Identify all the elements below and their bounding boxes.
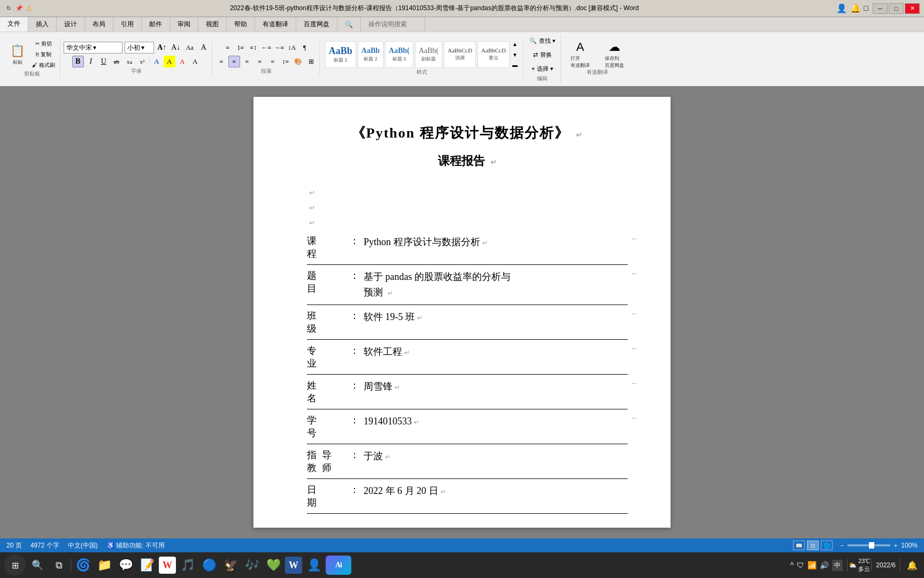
text-highlight-button[interactable]: A [164, 56, 175, 67]
align-right-button[interactable]: ≡ [241, 56, 253, 67]
clock-display[interactable]: 2022/6 [876, 561, 896, 570]
font-size-dropdown[interactable]: 小初 ▾ [125, 42, 154, 54]
borders-button[interactable]: ⊞ [305, 56, 317, 67]
tab-youdao[interactable]: 有道翻译 [255, 17, 296, 32]
taskbar-edge[interactable]: 🌀 [73, 556, 93, 575]
read-mode-button[interactable]: 📖 [793, 541, 805, 550]
taskbar-person[interactable]: 👤 [304, 556, 324, 575]
bold-button[interactable]: B [72, 56, 84, 67]
taskbar-word[interactable]: W [285, 557, 302, 574]
tray-shield[interactable]: 🛡 [797, 561, 804, 569]
justify-button[interactable]: ≡ [254, 56, 266, 67]
web-layout-button[interactable]: 🌐 [821, 541, 833, 550]
open-youdao-button[interactable]: A 打开有道翻译 [564, 41, 596, 69]
close-button[interactable]: ✕ [905, 3, 920, 14]
notification-center[interactable]: 🔔 [905, 558, 920, 573]
strikethrough-button[interactable]: ab [111, 56, 122, 67]
maximize-button[interactable]: □ [889, 3, 904, 14]
paste-button[interactable]: 📋 粘贴 [6, 41, 28, 69]
page-count[interactable]: 20 页 [6, 541, 22, 550]
language-indicator[interactable]: 中文(中国) [68, 541, 98, 550]
find-button[interactable]: 🔍 查找 ▾ [527, 34, 558, 47]
tray-chevron[interactable]: ^ [790, 561, 794, 569]
document-scroll[interactable]: 《Python 程序设计与数据分析》 ↵ 课程报告 ↵ ↵ ↵ ↵ 课 程 [0, 86, 924, 538]
styles-more-button[interactable]: ▲ ▼ ▬ [511, 41, 519, 69]
superscript-button[interactable]: x² [136, 56, 148, 67]
tab-design[interactable]: 设计 [57, 17, 85, 32]
font-name-dropdown[interactable]: 华文中宋 ▾ [64, 42, 122, 54]
taskbar-notepad[interactable]: 📝 [137, 556, 157, 575]
increase-indent-button[interactable]: →≡ [273, 42, 285, 54]
tray-ime[interactable]: 中 [832, 560, 843, 571]
italic-button[interactable]: I [85, 56, 97, 67]
taskbar-chrome[interactable]: 🔵 [199, 556, 219, 575]
select-button[interactable]: ⌖ 选择 ▾ [527, 62, 558, 75]
multilevel-button[interactable]: ≡↕ [248, 42, 259, 54]
tab-review[interactable]: 审阅 [170, 17, 198, 32]
taskbar-wechat[interactable]: 💬 [116, 556, 135, 575]
font-shadow-button[interactable]: A [189, 56, 201, 67]
tab-insert[interactable]: 插入 [28, 17, 57, 32]
tab-references[interactable]: 引用 [113, 17, 142, 32]
style-emphasis[interactable]: AaBbCcD 强调 [444, 41, 476, 68]
shading-button[interactable]: 🎨 [292, 56, 304, 67]
font-increase-button[interactable]: A↑ [156, 42, 168, 54]
minimize-button[interactable]: ─ [873, 3, 888, 14]
zoom-level[interactable]: 100% [901, 542, 918, 549]
start-button[interactable]: ⊞ [4, 554, 26, 576]
save-baidu-button[interactable]: ☁ 保存到百度网盘 [598, 41, 630, 69]
user-icon[interactable]: 👤 [836, 3, 847, 13]
quick-access-icon[interactable]: 📌 [15, 4, 24, 13]
taskbar-netease[interactable]: 🎵 [178, 556, 197, 575]
taskbar-task-view[interactable]: ⧉ [49, 556, 68, 575]
tab-search-box[interactable]: 操作说明搜索 [361, 17, 425, 32]
taskbar-ai-button[interactable]: Ai [326, 556, 351, 575]
style-heading3[interactable]: AaBb( 标题 3 [385, 41, 413, 68]
tab-file[interactable]: 文件 [0, 17, 28, 32]
bullets-button[interactable]: ≡ [222, 42, 234, 54]
numbering-button[interactable]: 1≡ [235, 42, 247, 54]
font-decrease-button[interactable]: A↓ [170, 42, 182, 54]
tab-help[interactable]: 帮助 [227, 17, 255, 32]
tab-view[interactable]: 视图 [198, 17, 227, 32]
zoom-slider[interactable] [848, 544, 890, 546]
tab-baidu[interactable]: 百度网盘 [296, 17, 337, 32]
show-marks-button[interactable]: ¶ [299, 42, 311, 54]
clear-format-button[interactable]: A [198, 42, 210, 54]
taskbar-search[interactable]: 🔍 [28, 556, 47, 575]
style-heading1[interactable]: AaBb 标题 1 [325, 41, 356, 68]
align-center-button[interactable]: ≡ [228, 56, 240, 67]
ribbon-toggle-icon[interactable]: □ [864, 4, 868, 13]
taskbar-explorer[interactable]: 📁 [95, 556, 114, 575]
align-left-button[interactable]: ≡ [215, 56, 227, 67]
cut-button[interactable]: ✂ 剪切 [29, 39, 58, 49]
tab-search-icon[interactable]: 🔍 [337, 17, 361, 32]
subscript-button[interactable]: x₂ [124, 56, 135, 67]
style-heading2[interactable]: AaBb 标题 2 [358, 41, 383, 68]
decrease-indent-button[interactable]: ←≡ [260, 42, 272, 54]
tray-network[interactable]: 📶 [807, 561, 817, 569]
weather-display[interactable]: ⛅ 23℃ 多云 [852, 558, 867, 573]
copy-button[interactable]: ⎘ 复制 [29, 50, 58, 59]
zoom-in-button[interactable]: ＋ [892, 541, 899, 550]
print-layout-button[interactable]: ⊡ [807, 541, 819, 550]
underline-button[interactable]: U [98, 56, 110, 67]
taskbar-wechat2[interactable]: 💚 [264, 556, 283, 575]
format-painter-button[interactable]: 🖌 格式刷 [29, 60, 58, 70]
taskbar-wps[interactable]: W [159, 557, 176, 574]
taskbar-lark[interactable]: 🦅 [221, 556, 240, 575]
tab-layout[interactable]: 布局 [85, 17, 113, 32]
refresh-icon[interactable]: ↻ [4, 4, 13, 13]
notification-icon[interactable]: 🔔 [850, 3, 861, 13]
zoom-out-button[interactable]: － [839, 541, 845, 550]
taskbar-qq-music[interactable]: 🎶 [242, 556, 261, 575]
style-keypoint[interactable]: AaBbCcD 要点 [478, 41, 510, 68]
distributed-button[interactable]: ≡ [267, 56, 279, 67]
text-effect-button[interactable]: A [151, 56, 163, 67]
change-case-button[interactable]: Aa [184, 42, 196, 54]
line-spacing-button[interactable]: ↕≡ [280, 56, 291, 67]
replace-button[interactable]: ⇄ 替换 [527, 48, 558, 61]
font-color-button[interactable]: A [176, 56, 188, 67]
style-subtitle[interactable]: AaBb( 副标题 [415, 41, 442, 68]
word-count[interactable]: 4972 个字 [30, 541, 59, 550]
